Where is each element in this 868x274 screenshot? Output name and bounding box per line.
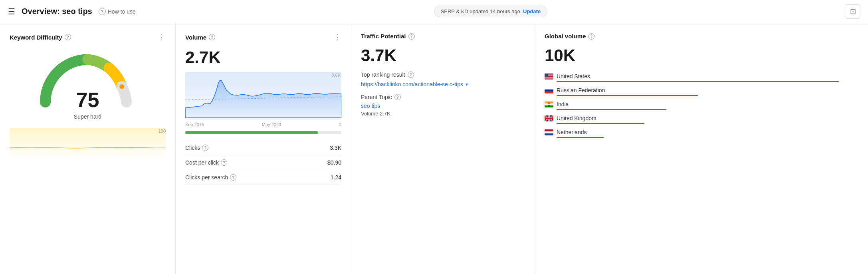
volume-title: Volume ? <box>185 34 215 41</box>
parent-topic-info-icon[interactable]: ? <box>394 94 401 100</box>
cps-row: Clicks per search ? 1.24 <box>185 170 341 185</box>
list-item: United Kingdom <box>545 115 858 124</box>
traffic-info-icon[interactable]: ? <box>408 33 415 40</box>
volume-value: 2.7K <box>185 48 341 67</box>
top-ranking-label-text: Top ranking result <box>361 71 405 78</box>
chart-min-label: 0 <box>339 122 341 127</box>
svg-rect-8 <box>545 78 553 79</box>
list-item: Russian Federation <box>545 87 858 96</box>
country-row-ru: Russian Federation <box>545 87 858 93</box>
page-title: Overview: seo tips <box>22 7 92 16</box>
svg-rect-14 <box>545 103 553 105</box>
country-bar-in <box>557 109 666 110</box>
svg-rect-6 <box>545 77 553 77</box>
serp-badge: SERP & KD updated 14 hours ago. Update <box>434 6 548 17</box>
header-actions: ⊡ <box>846 4 860 19</box>
help-icon: ? <box>99 8 106 15</box>
how-to-use-button[interactable]: ? How to use <box>99 8 136 15</box>
svg-rect-11 <box>545 89 553 91</box>
kd-trend-chart: 100 <box>10 128 166 160</box>
country-name-nl: Netherlands <box>557 129 587 135</box>
svg-rect-20 <box>545 133 553 135</box>
in-flag-icon <box>545 101 553 107</box>
kd-trend: 100 <box>10 128 166 160</box>
country-row-in: India <box>545 101 858 107</box>
cpc-label-text: Cost per click <box>185 159 219 166</box>
export-button[interactable]: ⊡ <box>846 4 860 19</box>
country-bar-us <box>557 81 839 82</box>
kd-title-text: Keyword Difficulty <box>10 34 62 41</box>
cpc-label: Cost per click ? <box>185 159 227 166</box>
cpc-info-icon[interactable]: ? <box>221 159 227 166</box>
header-center: SERP & KD updated 14 hours ago. Update <box>142 6 839 17</box>
clicks-label-text: Clicks <box>185 145 200 151</box>
volume-progress <box>185 131 341 134</box>
kd-info-icon[interactable]: ? <box>65 34 71 40</box>
kd-card-header: Keyword Difficulty ? ⋮ <box>10 33 166 42</box>
cps-label-text: Clicks per search <box>185 174 228 181</box>
export-icon: ⊡ <box>850 7 856 16</box>
clicks-row: Clicks ? 3.3K <box>185 141 341 155</box>
nl-flag-icon <box>545 129 553 135</box>
svg-point-0 <box>119 84 124 89</box>
cps-value: 1.24 <box>331 174 341 181</box>
global-card-header: Global volume ? <box>545 33 858 40</box>
list-item: United States <box>545 73 858 82</box>
ranking-url[interactable]: https://backlinko.com/actionable-se o-ti… <box>361 81 525 87</box>
traffic-value: 3.7K <box>361 46 525 65</box>
traffic-card-header: Traffic Potential ? <box>361 33 525 40</box>
traffic-title-text: Traffic Potential <box>361 33 406 40</box>
volume-more-icon[interactable]: ⋮ <box>334 33 341 42</box>
us-flag-icon <box>545 73 553 79</box>
volume-title-text: Volume <box>185 34 206 41</box>
volume-card: Volume ? ⋮ 2.7K 8.6K Sep 2015 <box>176 23 351 274</box>
volume-card-header: Volume ? ⋮ <box>185 33 341 42</box>
ranking-dropdown-icon[interactable]: ▼ <box>465 82 469 87</box>
parent-topic-label: Parent Topic ? <box>361 94 525 100</box>
volume-info-icon[interactable]: ? <box>209 34 215 40</box>
global-title: Global volume ? <box>545 33 595 40</box>
volume-stats: Clicks ? 3.3K Cost per click ? $0.90 Cli… <box>185 141 341 185</box>
parent-topic-value[interactable]: seo tips <box>361 103 525 109</box>
cps-info-icon[interactable]: ? <box>230 174 236 181</box>
clicks-value: 3.3K <box>330 145 341 151</box>
top-ranking-label: Top ranking result ? <box>361 71 525 78</box>
header: ☰ Overview: seo tips ? How to use SERP &… <box>0 0 868 23</box>
parent-volume: Volume 2.7K <box>361 111 525 117</box>
ru-flag-icon <box>545 87 553 93</box>
traffic-title: Traffic Potential ? <box>361 33 415 40</box>
chart-max-label: 8.6K <box>331 73 341 77</box>
svg-rect-12 <box>545 91 553 93</box>
global-value: 10K <box>545 46 858 65</box>
svg-rect-13 <box>545 101 553 103</box>
kd-label: Super hard <box>74 113 101 120</box>
country-bar-uk <box>557 123 644 124</box>
parent-topic-label-text: Parent Topic <box>361 94 392 100</box>
country-row-us: United States <box>545 73 858 79</box>
svg-rect-18 <box>545 129 553 131</box>
trend-max-label: 100 <box>159 129 166 133</box>
trend-line-chart <box>10 128 166 160</box>
svg-rect-10 <box>545 87 553 89</box>
volume-progress-fill <box>185 131 318 134</box>
top-ranking-info-icon[interactable]: ? <box>408 71 414 78</box>
cps-label: Clicks per search ? <box>185 174 236 181</box>
cpc-row: Cost per click ? $0.90 <box>185 155 341 170</box>
chart-date-start: Sep 2015 <box>185 122 204 127</box>
cpc-value: $0.90 <box>327 159 341 166</box>
kd-more-icon[interactable]: ⋮ <box>158 33 166 42</box>
menu-icon[interactable]: ☰ <box>8 7 15 16</box>
country-bar-nl <box>557 137 604 138</box>
gauge-container: 75 Super hard <box>10 48 166 120</box>
global-volume-card: Global volume ? 10K <box>535 23 868 274</box>
update-link[interactable]: Update <box>523 8 541 14</box>
clicks-label: Clicks ? <box>185 145 208 151</box>
main-content: Keyword Difficulty ? ⋮ 75 Super <box>0 23 868 274</box>
country-name-us: United States <box>557 73 590 79</box>
kd-title: Keyword Difficulty ? <box>10 34 71 41</box>
kd-value: 75 <box>74 88 101 112</box>
country-row-uk: United Kingdom <box>545 115 858 121</box>
volume-line-chart <box>185 72 341 120</box>
clicks-info-icon[interactable]: ? <box>202 145 208 151</box>
global-info-icon[interactable]: ? <box>588 33 595 40</box>
